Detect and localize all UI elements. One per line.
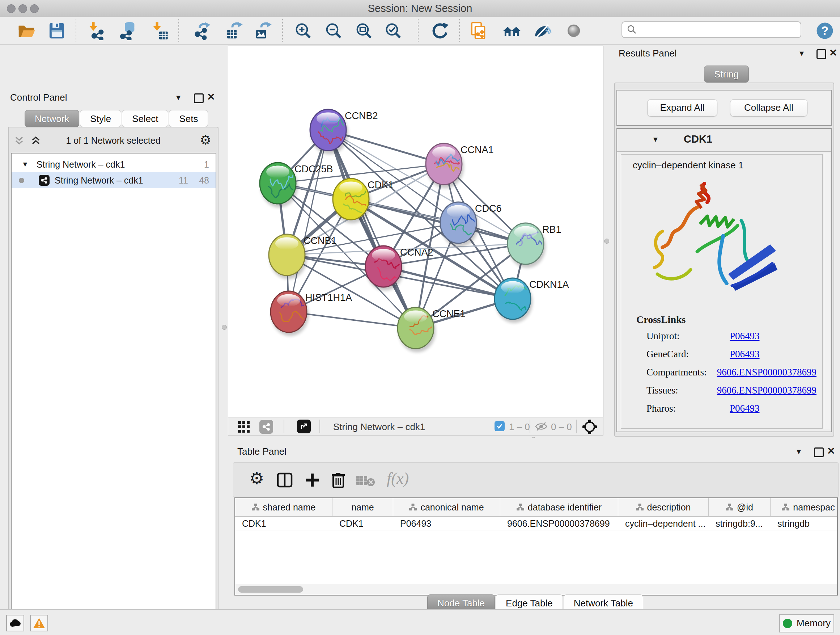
column-label: canonical name	[420, 502, 484, 513]
table-cell[interactable]: CDK1	[332, 517, 393, 530]
database-icon	[119, 21, 138, 40]
results-scrollbar[interactable]	[824, 153, 830, 429]
table-panel-float-icon[interactable]	[814, 448, 824, 457]
node-result-header[interactable]: ▼ CDK1	[617, 129, 831, 152]
import-network-file-button[interactable]	[85, 21, 106, 41]
add-column-icon[interactable]	[304, 472, 320, 488]
crosslink-link[interactable]: P06493	[729, 403, 760, 414]
collapse-all-button[interactable]: Collapse All	[730, 99, 807, 117]
zoom-out-button[interactable]	[324, 21, 344, 41]
table-cell[interactable]: CDK1	[235, 517, 332, 530]
memory-button[interactable]: Memory	[779, 614, 834, 632]
collapse-triangle-icon[interactable]: ▼	[652, 135, 659, 144]
table-panel-menu-icon[interactable]: ▾	[797, 447, 801, 456]
zoom-selected-button[interactable]	[383, 21, 403, 41]
footer-separator	[319, 420, 320, 433]
search-box[interactable]	[622, 21, 801, 38]
save-session-button[interactable]	[47, 21, 67, 41]
export-network-button[interactable]	[192, 21, 212, 41]
tab-string[interactable]: String	[704, 65, 749, 82]
open-session-button[interactable]	[16, 21, 36, 41]
column-header-canonical-name[interactable]: canonical name	[393, 498, 500, 516]
export-image-button[interactable]	[253, 21, 273, 41]
network-row-selected[interactable]: String Network – cdk1 11 48	[11, 172, 216, 188]
table-cell[interactable]: cyclin–dependent ...	[618, 517, 709, 530]
tab-sets[interactable]: Sets	[169, 110, 208, 127]
table-options-gear-icon[interactable]: ⚙	[249, 469, 264, 488]
tab-style[interactable]: Style	[80, 110, 121, 127]
graph-node-RB1[interactable]: RB1	[508, 223, 561, 264]
birdseye-crosshair-icon[interactable]	[582, 419, 597, 434]
node-label-RB1: RB1	[542, 224, 561, 235]
table-cell[interactable]: stringdb	[771, 517, 838, 530]
results-panel-close-icon[interactable]: ✕	[829, 47, 837, 59]
network-graph[interactable]: CCNB2CCNA1CDC25BCDK1CDC6RB1CCNB1CCNA2CDK…	[228, 46, 603, 417]
network-canvas[interactable]: CCNB2CCNA1CDC25BCDK1CDC6RB1CCNB1CCNA2CDK…	[228, 46, 603, 417]
crosslink-link[interactable]: P06493	[729, 348, 760, 360]
refresh-button[interactable]	[430, 21, 450, 41]
control-panel-float-icon[interactable]	[194, 93, 204, 103]
column-header-database-identifier[interactable]: database identifier	[500, 498, 618, 516]
selected-nodes-checkbox-icon[interactable]	[494, 421, 505, 431]
zoom-fit-button[interactable]	[354, 21, 374, 41]
table-cell[interactable]: P06493	[393, 517, 500, 530]
toolbar-separator	[459, 19, 460, 42]
hide-graphics-details-button[interactable]	[532, 21, 553, 41]
table-row[interactable]: CDK1CDK1P064939606.ENSP00000378699cyclin…	[235, 517, 837, 530]
tab-edge-table[interactable]: Edge Table	[496, 594, 563, 611]
help-button[interactable]: ?	[815, 21, 835, 41]
show-columns-icon[interactable]	[277, 472, 293, 488]
graph-node-CDC6[interactable]: CDC6	[440, 202, 502, 243]
grid-view-icon[interactable]	[238, 421, 250, 433]
table-hscrollbar[interactable]	[235, 584, 837, 595]
tab-network-table[interactable]: Network Table	[564, 594, 643, 611]
crosslink-label: GeneCard:	[646, 348, 729, 360]
left-splitter-handle[interactable]	[222, 325, 227, 330]
column-header-@id[interactable]: @id	[709, 498, 771, 516]
network-options-gear-icon[interactable]: ⚙	[200, 133, 211, 148]
import-network-database-button[interactable]	[118, 21, 139, 41]
table-hscrollbar-thumb[interactable]	[238, 586, 303, 593]
results-panel-menu-icon[interactable]: ▾	[799, 48, 804, 58]
delete-column-icon[interactable]	[330, 471, 346, 488]
export-table-button[interactable]	[224, 21, 244, 41]
table-toolbar: ⚙ f(x)	[233, 462, 838, 497]
control-panel-close-icon[interactable]: ✕	[207, 91, 215, 103]
column-header-description[interactable]: description	[618, 498, 709, 516]
graphics-details-button[interactable]	[564, 21, 584, 41]
crosslink-row: Pharos:P06493	[646, 403, 816, 414]
network-collection-row[interactable]: ▼ String Network – cdk1 1	[11, 157, 216, 172]
node-label-HIST1H1A: HIST1H1A	[305, 292, 352, 303]
zoom-in-button[interactable]	[293, 21, 313, 41]
column-header-namespac[interactable]: namespac	[771, 498, 838, 516]
cloud-status-button[interactable]	[6, 615, 24, 631]
control-panel-menu-icon[interactable]: ▾	[176, 92, 180, 103]
import-table-file-button[interactable]	[149, 21, 169, 41]
tab-select[interactable]: Select	[122, 110, 168, 127]
table-panel-close-icon[interactable]: ✕	[827, 445, 835, 457]
column-header-name[interactable]: name	[332, 498, 393, 516]
protein-structure-image	[646, 177, 791, 307]
expand-all-button[interactable]: Expand All	[647, 99, 717, 117]
window-titlebar[interactable]: Session: New Session	[0, 0, 840, 17]
crosslink-link[interactable]: 9606.ENSP00000378699	[717, 385, 816, 396]
home-button[interactable]	[502, 21, 522, 41]
crosslink-link[interactable]: 9606.ENSP00000378699	[717, 367, 816, 378]
table-cell[interactable]: stringdb:9...	[709, 517, 771, 530]
tab-network[interactable]: Network	[25, 110, 79, 127]
column-label: shared name	[263, 502, 316, 513]
warning-status-button[interactable]	[30, 615, 48, 631]
crosslink-link[interactable]: P06493	[729, 331, 760, 342]
results-panel-float-icon[interactable]	[816, 49, 826, 59]
network-share-view-icon[interactable]	[259, 420, 273, 434]
details-orb-icon	[564, 21, 583, 40]
collapse-triangle-icon[interactable]: ▼	[22, 160, 28, 168]
column-header-shared-name[interactable]: shared name	[235, 498, 332, 516]
open-in-window-icon[interactable]	[297, 420, 311, 433]
string-documents-button[interactable]	[469, 21, 489, 41]
tab-node-table[interactable]: Node Table	[427, 594, 495, 611]
table-cell[interactable]: 9606.ENSP00000378699	[500, 517, 618, 530]
search-input[interactable]	[641, 24, 801, 35]
node-result-body: cyclin–dependent kinase 1	[621, 154, 823, 429]
graph-node-HIST1H1A[interactable]: HIST1H1A	[271, 291, 352, 333]
